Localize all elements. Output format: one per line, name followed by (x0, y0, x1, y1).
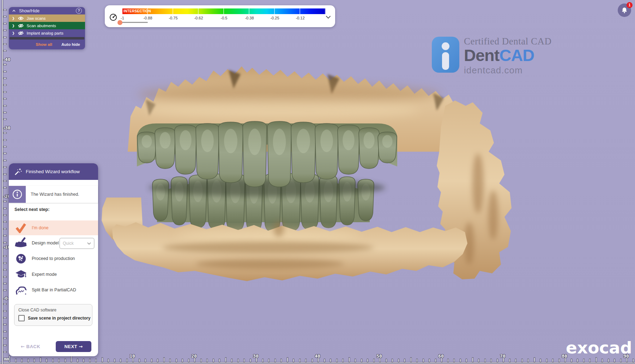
scale-tick-label: -0.5 (211, 16, 237, 20)
wizard-header: Finished Wizard workflow (9, 163, 98, 180)
chevron-down-icon (87, 242, 91, 245)
option-design-model[interactable]: Design model Quick (9, 236, 98, 250)
app-window: 102030405060708090 403020100 mm Certifie… (0, 0, 635, 364)
option-label: I'm done (32, 225, 49, 230)
scale-tick-label: -0.38 (237, 16, 262, 20)
chevron-right-icon[interactable]: ❯ (12, 17, 15, 20)
intersection-scale-card: INTERSECTION -1 -0.88 -0.75 -0.62 -0.5 -… (105, 5, 335, 27)
magic-wand-icon (14, 168, 22, 176)
check-icon (14, 223, 27, 233)
save-scene-checkbox-row[interactable]: Save scene in project directory (18, 315, 92, 321)
lower-jaw-scan (112, 222, 467, 281)
auto-hide-button[interactable]: Auto hide (61, 42, 80, 47)
option-label: Design model (32, 241, 59, 245)
scale-tick-label: -0.62 (186, 16, 211, 20)
scale-tick-label: -1 (110, 16, 135, 20)
wizard-message: The Wizard has finished. (26, 192, 79, 197)
layer-row-implant-analog-parts[interactable]: ❯ Implant analog parts (9, 29, 85, 37)
dropdown-value: Quick (63, 241, 74, 246)
layer-row-scan-abutments[interactable]: ❯ Scan abutments (9, 22, 85, 29)
option-im-done[interactable]: I'm done (9, 220, 98, 235)
slider-knob[interactable] (117, 20, 122, 25)
scale-tick-label: -0.88 (135, 16, 161, 20)
model-icon (14, 237, 27, 249)
show-hide-header[interactable]: Show/Hide ? (9, 7, 85, 14)
help-icon[interactable]: ? (76, 8, 82, 14)
chevron-down-icon[interactable] (326, 14, 331, 20)
option-label: Expert mode (32, 272, 57, 277)
checkbox-label: Save scene in project directory (28, 316, 90, 321)
show-hide-panel: Show/Hide ? ❯ Jaw scans ❯ Scan abutments… (9, 7, 85, 49)
info-icon (9, 186, 26, 203)
next-button[interactable]: NEXT → (56, 341, 91, 352)
close-cad-group: Close CAD software Save scene in project… (14, 304, 92, 326)
panel-scrollbar[interactable] (10, 37, 84, 40)
option-label: Split Bar in PartialCAD (32, 287, 76, 292)
layer-label: Scan abutments (27, 24, 56, 28)
production-icon (14, 253, 27, 264)
select-step-label: Select next step: (14, 207, 49, 212)
option-label: Proceed to production (32, 256, 75, 261)
splitbar-icon (14, 285, 27, 295)
wizard-message-row: The Wizard has finished. (9, 186, 98, 203)
notifications-button[interactable]: 1 (618, 4, 631, 17)
scale-tick-label: -0.75 (161, 16, 186, 20)
threshold-slider[interactable] (118, 22, 148, 23)
scale-tick-label: -0.25 (262, 16, 288, 20)
wizard-panel: Finished Wizard workflow The Wizard has … (9, 163, 98, 356)
option-expert-mode[interactable]: Expert mode (9, 267, 98, 281)
intersection-gradient-bar: INTERSECTION (122, 8, 326, 14)
eye-hidden-icon[interactable] (18, 24, 24, 28)
layer-row-jaw-scans[interactable]: ❯ Jaw scans (9, 14, 85, 22)
ruler-unit-label: mm (4, 356, 10, 362)
occlusion-shadow (149, 179, 385, 196)
scale-tick-label: -0.12 (288, 16, 313, 20)
eye-hidden-icon[interactable] (18, 31, 24, 35)
checkbox[interactable] (18, 315, 25, 321)
show-all-button[interactable]: Show all (36, 42, 52, 47)
chevron-right-icon[interactable]: ❯ (12, 31, 15, 35)
design-model-dropdown[interactable]: Quick (59, 238, 95, 249)
option-split-bar-partialcad[interactable]: Split Bar in PartialCAD (9, 283, 98, 297)
chevron-right-icon[interactable]: ❯ (12, 24, 15, 28)
eye-visible-icon[interactable] (18, 16, 24, 20)
wizard-title: Finished Wizard workflow (26, 169, 80, 174)
scale-title: INTERSECTION (123, 9, 151, 13)
collapse-caret-icon (12, 10, 16, 12)
notification-badge: 1 (627, 2, 633, 8)
option-proceed-to-production[interactable]: Proceed to production (9, 251, 98, 266)
close-cad-label: Close CAD software (18, 308, 92, 313)
layer-label: Implant analog parts (27, 31, 64, 35)
expert-icon (14, 270, 27, 279)
layer-label: Jaw scans (27, 16, 46, 20)
show-hide-title: Show/Hide (19, 8, 76, 13)
back-button[interactable]: ← BACK (21, 341, 40, 352)
